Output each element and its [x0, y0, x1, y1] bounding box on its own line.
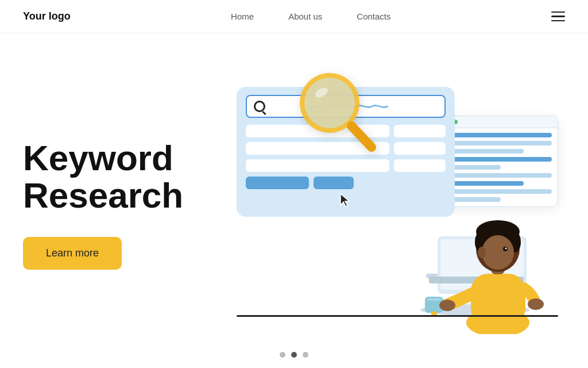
desk-line [237, 315, 558, 317]
nav-home[interactable]: Home [231, 12, 254, 21]
svg-marker-4 [341, 194, 349, 206]
svg-point-23 [478, 247, 486, 258]
learn-more-button[interactable]: Learn more [23, 237, 122, 270]
nav-contacts[interactable]: Contacts [357, 12, 390, 21]
cursor-icon [338, 193, 354, 209]
svg-point-1 [304, 78, 355, 128]
logo: Your logo [23, 10, 71, 22]
result-row-4 [246, 177, 446, 189]
hero-illustration [218, 45, 565, 358]
hero-heading: Keyword Research [23, 139, 218, 214]
illustration-container [219, 70, 564, 334]
svg-point-20 [482, 235, 514, 270]
hamburger-menu[interactable] [551, 12, 565, 22]
pagination-dot-1[interactable] [280, 352, 285, 358]
svg-rect-11 [427, 298, 441, 301]
cursor-area [246, 193, 446, 209]
magnifier-icon [288, 64, 380, 158]
nav-links: Home About us Contacts [231, 12, 390, 21]
svg-line-3 [351, 126, 372, 147]
hero-left: Keyword Research Learn more [23, 133, 218, 270]
main-content: Keyword Research Learn more [0, 33, 588, 358]
pagination-dots [280, 352, 308, 358]
result-row-3 [246, 159, 446, 172]
svg-rect-14 [471, 274, 525, 325]
pagination-dot-2[interactable] [291, 352, 297, 358]
svg-point-25 [528, 298, 544, 310]
svg-point-22 [505, 247, 507, 249]
nav-about[interactable]: About us [288, 12, 322, 21]
navbar: Your logo Home About us Contacts [0, 0, 588, 33]
search-bar-icon [254, 101, 265, 112]
pagination-dot-3[interactable] [303, 352, 308, 358]
svg-point-24 [439, 300, 455, 311]
